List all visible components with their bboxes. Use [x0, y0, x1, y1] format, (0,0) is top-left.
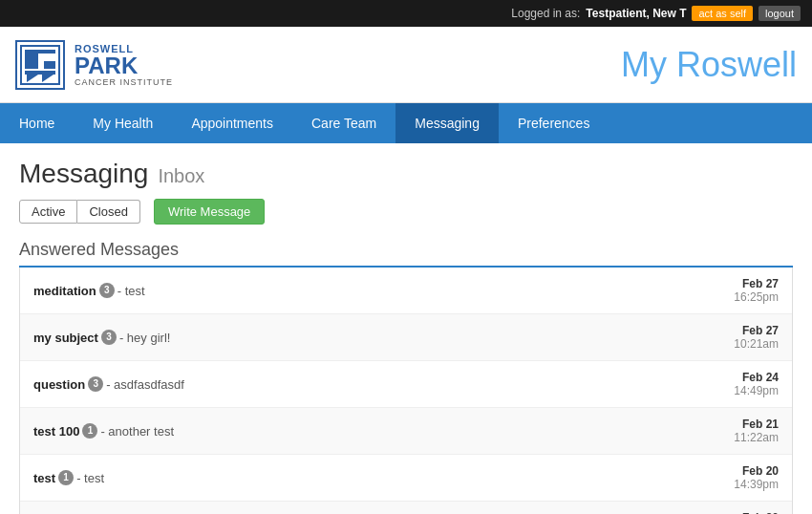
username-label: Testpatient, New T [586, 7, 686, 20]
message-date-main: Feb 27 [712, 324, 779, 337]
active-tab-button[interactable]: Active [19, 200, 77, 224]
action-bar: Active Closed Write Message [19, 199, 793, 225]
message-list: meditation 3 - test Feb 27 16:25pm my su… [19, 268, 793, 514]
message-badge: 3 [88, 376, 103, 392]
logout-button[interactable]: logout [759, 6, 801, 21]
my-roswell-title: My Roswell [621, 45, 797, 85]
message-preview: - test [118, 284, 145, 298]
message-left: question 3 - asdfasdfasdf [33, 376, 184, 392]
act-as-self-button[interactable]: act as self [692, 6, 753, 21]
page-title: Messaging [19, 159, 148, 189]
message-badge: 1 [58, 470, 74, 485]
message-date-time: 11:22am [712, 431, 779, 444]
content-area: Messaging Inbox Active Closed Write Mess… [0, 143, 812, 514]
message-left: meditation 3 - test [33, 283, 145, 298]
nav-item-preferences[interactable]: Preferences [499, 103, 609, 143]
message-badge: 3 [101, 330, 117, 345]
message-subject: my subject [33, 331, 98, 345]
message-row[interactable]: meditation 3 - test Feb 27 16:25pm [20, 268, 792, 314]
message-badge: 3 [99, 283, 115, 298]
message-row[interactable]: Appointment 2 - Okay Feb 20 14:03pm [20, 502, 792, 514]
messages-section: Answered Messages meditation 3 - test Fe… [19, 240, 793, 514]
message-badge: 1 [82, 423, 97, 439]
message-preview: - another test [100, 424, 174, 439]
write-message-button[interactable]: Write Message [154, 199, 265, 225]
answered-title: Answered Messages [19, 240, 793, 268]
svg-marker-5 [27, 75, 38, 82]
message-row[interactable]: test 100 1 - another test Feb 21 11:22am [20, 408, 792, 455]
message-row[interactable]: my subject 3 - hey girl! Feb 27 10:21am [20, 314, 792, 361]
message-preview: - test [76, 471, 104, 485]
logo-cancer: CANCER INSTITUTE [75, 77, 173, 87]
nav-item-care-team[interactable]: Care Team [292, 103, 395, 143]
message-date-time: 14:49pm [712, 384, 779, 397]
nav-item-appointments[interactable]: Appointments [172, 103, 292, 143]
logo-area: ROSWELL PARK CANCER INSTITUTE [15, 40, 173, 90]
svg-marker-6 [42, 75, 53, 82]
message-date: Feb 27 16:25pm [712, 277, 779, 304]
message-preview: - asdfasdfasdf [106, 377, 184, 392]
nav-item-my-health[interactable]: My Health [74, 103, 172, 143]
message-date: Feb 24 14:49pm [712, 371, 779, 397]
message-left: test 1 - test [33, 470, 104, 485]
message-date: Feb 21 11:22am [712, 418, 779, 444]
message-left: my subject 3 - hey girl! [33, 330, 170, 345]
message-subject: test 100 [33, 424, 79, 439]
logged-in-label: Logged in as: [511, 7, 580, 20]
message-date-main: Feb 20 [712, 464, 779, 478]
message-row[interactable]: test 1 - test Feb 20 14:39pm [20, 455, 792, 502]
page-title-area: Messaging Inbox [19, 159, 793, 189]
message-date-time: 10:21am [712, 337, 779, 351]
top-bar: Logged in as: Testpatient, New T act as … [0, 0, 812, 27]
message-left: test 100 1 - another test [33, 423, 174, 439]
message-subject: test [33, 471, 55, 485]
closed-tab-button[interactable]: Closed [77, 200, 139, 224]
svg-rect-4 [25, 71, 55, 75]
message-date-time: 14:39pm [712, 478, 779, 491]
message-subject: question [33, 377, 85, 392]
message-subject: meditation [33, 284, 96, 298]
nav-item-messaging[interactable]: Messaging [395, 103, 499, 143]
nav-item-home[interactable]: Home [0, 103, 74, 143]
page-subtitle: Inbox [158, 165, 204, 187]
message-date: Feb 20 14:39pm [712, 464, 779, 491]
logo-park: PARK [75, 54, 173, 77]
main-nav: Home My Health Appointments Care Team Me… [0, 103, 812, 143]
message-date-main: Feb 24 [712, 371, 779, 384]
logo-icon [15, 40, 65, 90]
header: ROSWELL PARK CANCER INSTITUTE My Roswell [0, 27, 812, 103]
logo-text: ROSWELL PARK CANCER INSTITUTE [75, 43, 173, 87]
message-preview: - hey girl! [119, 331, 170, 345]
svg-rect-2 [25, 50, 55, 54]
message-row[interactable]: question 3 - asdfasdfasdf Feb 24 14:49pm [20, 361, 792, 408]
message-date-main: Feb 21 [712, 418, 779, 431]
message-date: Feb 27 10:21am [712, 324, 779, 351]
message-date-main: Feb 27 [712, 277, 779, 290]
svg-rect-3 [44, 61, 55, 69]
message-date-time: 16:25pm [712, 290, 779, 304]
